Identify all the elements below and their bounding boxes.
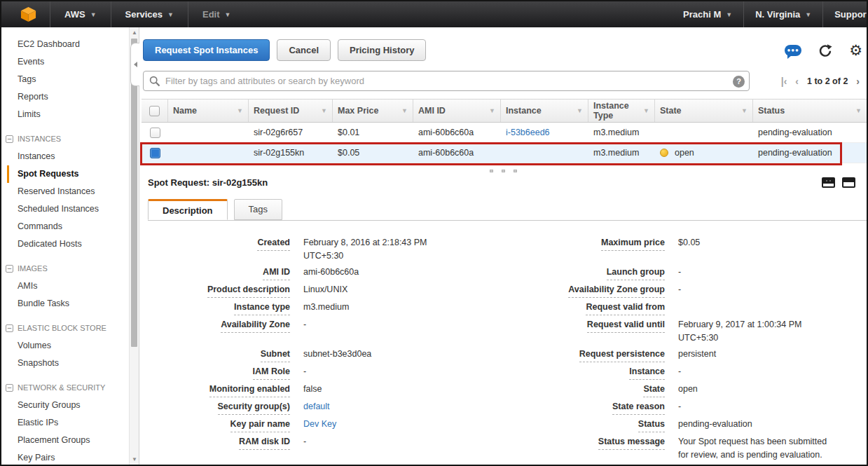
filter-input[interactable] xyxy=(165,76,728,86)
menu-edit-label: Edit xyxy=(202,9,220,20)
field-label: Request valid from xyxy=(586,301,665,315)
cell-request-id: sir-02g6r657 xyxy=(249,123,333,142)
sidebar-item-events[interactable]: Events xyxy=(1,53,139,71)
sidebar-item-scheduled-instances[interactable]: Scheduled Instances xyxy=(1,200,139,218)
sidebar-item-security-groups[interactable]: Security Groups xyxy=(1,397,139,414)
menu-edit[interactable]: Edit▼ xyxy=(188,9,244,20)
column-header-max-price[interactable]: Max Price▼ xyxy=(333,100,413,122)
detail-pane-title: Spot Request: sir-02g155kn xyxy=(148,177,268,188)
sidebar-item-elastic-ips[interactable]: Elastic IPs xyxy=(1,414,139,432)
row-checkbox[interactable] xyxy=(150,128,160,138)
column-label: State xyxy=(660,106,682,116)
pagination: |‹ ‹ 1 to 2 of 2 › xyxy=(781,76,862,87)
sidebar-section-header[interactable]: −NETWORK & SECURITY xyxy=(1,379,139,397)
chevron-down-icon: ▼ xyxy=(726,11,732,18)
refresh-icon[interactable] xyxy=(818,43,832,57)
select-all-checkbox[interactable] xyxy=(149,106,160,116)
sidebar-item-bundle-tasks[interactable]: Bundle Tasks xyxy=(1,295,139,313)
spot-requests-table: Name▼ Request ID▼ Max Price▼ AMI ID▼ Ins… xyxy=(142,99,867,163)
row-checkbox-checked[interactable] xyxy=(150,148,160,158)
field-value-ram-disk-id: - xyxy=(290,435,523,465)
column-header-state[interactable]: State▼ xyxy=(655,100,753,122)
field-label: Status message xyxy=(598,435,665,450)
collapse-minus-icon: − xyxy=(6,324,13,332)
scroll-up-icon[interactable]: ▲ xyxy=(130,29,139,36)
next-page-button[interactable]: › xyxy=(856,76,860,87)
sidebar-scrollbar[interactable]: ▲ ▼ xyxy=(129,27,139,465)
sidebar-item-amis[interactable]: AMIs xyxy=(1,277,139,295)
help-icon[interactable]: ? xyxy=(733,76,745,88)
toolbar: Request Spot Instances Cancel Pricing Hi… xyxy=(143,39,857,61)
column-label: Instance Type xyxy=(593,101,643,121)
prev-page-button[interactable]: ‹ xyxy=(795,76,799,87)
sidebar-item-commands[interactable]: Commands xyxy=(1,218,139,235)
column-header-instance-type[interactable]: Instance Type▼ xyxy=(588,100,655,122)
column-header-ami-id[interactable]: AMI ID▼ xyxy=(413,100,501,122)
state-open-icon xyxy=(660,149,668,157)
menu-aws[interactable]: AWS▼ xyxy=(50,9,111,20)
sidebar-section-header[interactable]: −IMAGES xyxy=(1,260,139,277)
column-header-request-id[interactable]: Request ID▼ xyxy=(249,100,333,122)
table-row[interactable]: sir-02g6r657 $0.01 ami-60b6c60a i-53b6ee… xyxy=(142,123,867,143)
comment-pane-icon[interactable] xyxy=(822,177,835,188)
sidebar-item-key-pairs[interactable]: Key Pairs xyxy=(1,449,139,466)
aws-console-window: AWS▼ Services▼ Edit▼ Prachi M▼ N. Virgin… xyxy=(0,0,868,466)
column-header-status[interactable]: Status▼ xyxy=(753,100,867,122)
aws-cube-icon[interactable] xyxy=(1,6,50,22)
sidebar-item-dedicated-hosts[interactable]: Dedicated Hosts xyxy=(1,235,139,253)
search-icon xyxy=(149,76,160,90)
split-pane-icon[interactable] xyxy=(842,177,855,188)
tab-tags[interactable]: Tags xyxy=(234,199,282,220)
table-row-selected[interactable]: sir-02g155kn $0.05 ami-60b6c60a m3.mediu… xyxy=(142,143,867,163)
sidebar-section-header[interactable]: −ELASTIC BLOCK STORE xyxy=(1,320,139,337)
user-menu[interactable]: Prachi M▼ xyxy=(672,9,743,20)
column-label: Instance xyxy=(506,106,542,116)
sidebar-item-placement-groups[interactable]: Placement Groups xyxy=(1,432,139,449)
field-value-iam-role: - xyxy=(290,365,523,383)
field-value-request-valid-until: February 9, 2017 at 1:00:34 PMUTC+5:30 xyxy=(665,318,867,348)
tab-description[interactable]: Description xyxy=(148,199,228,220)
cell-name xyxy=(168,143,249,163)
column-label: Name xyxy=(173,106,197,116)
column-label: Request ID xyxy=(254,106,299,116)
support-menu[interactable]: Support xyxy=(823,9,868,20)
menu-services[interactable]: Services▼ xyxy=(111,9,188,20)
feedback-chat-icon[interactable]: ●●● xyxy=(785,45,801,56)
security-group-link[interactable]: default xyxy=(303,400,517,413)
field-label: Maximum price xyxy=(601,236,665,251)
key-pair-link[interactable]: Dev Key xyxy=(303,418,517,431)
cancel-button[interactable]: Cancel xyxy=(277,39,331,61)
chevron-down-icon: ▼ xyxy=(643,107,649,114)
menu-aws-label: AWS xyxy=(64,9,85,20)
sidebar-item-instances[interactable]: Instances xyxy=(1,148,139,165)
field-value-status-message: Your Spot request has been submittedfor … xyxy=(665,435,867,465)
sidebar-item-tags[interactable]: Tags xyxy=(1,71,139,88)
sidebar-item-ec2-dashboard[interactable]: EC2 Dashboard xyxy=(1,36,139,53)
sidebar-item-limits[interactable]: Limits xyxy=(1,106,139,123)
field-label: Instance xyxy=(629,365,665,380)
sidebar-item-reserved-instances[interactable]: Reserved Instances xyxy=(1,183,139,200)
column-label: AMI ID xyxy=(418,106,446,116)
column-header-name[interactable]: Name▼ xyxy=(168,100,249,122)
page-range-label: 1 to 2 of 2 xyxy=(807,76,848,86)
column-header-instance[interactable]: Instance▼ xyxy=(501,100,588,122)
scroll-down-icon[interactable]: ▼ xyxy=(130,456,139,462)
first-page-button[interactable]: |‹ xyxy=(781,76,787,87)
region-menu[interactable]: N. Virginia▼ xyxy=(744,9,822,20)
request-spot-instances-button[interactable]: Request Spot Instances xyxy=(143,39,270,61)
instance-link[interactable]: i-53b6eed6 xyxy=(506,128,550,137)
sidebar-item-volumes[interactable]: Volumes xyxy=(1,337,139,355)
field-value-state: open xyxy=(665,383,867,400)
sidebar-section-header[interactable]: −INSTANCES xyxy=(1,130,139,148)
pane-resize-handle[interactable] xyxy=(139,170,867,172)
sidebar-collapse-handle[interactable] xyxy=(130,43,139,86)
sidebar-item-spot-requests[interactable]: Spot Requests xyxy=(7,165,139,183)
sidebar-item-reports[interactable]: Reports xyxy=(1,88,139,106)
pane-layout-icons xyxy=(822,177,855,188)
sidebar-item-snapshots[interactable]: Snapshots xyxy=(1,355,139,372)
pricing-history-button[interactable]: Pricing History xyxy=(338,39,426,61)
field-label: Launch group xyxy=(607,266,665,280)
chevron-down-icon: ▼ xyxy=(805,11,811,18)
field-value-status: pending-evaluation xyxy=(665,418,867,435)
gear-icon[interactable]: ⚙ xyxy=(849,42,862,59)
